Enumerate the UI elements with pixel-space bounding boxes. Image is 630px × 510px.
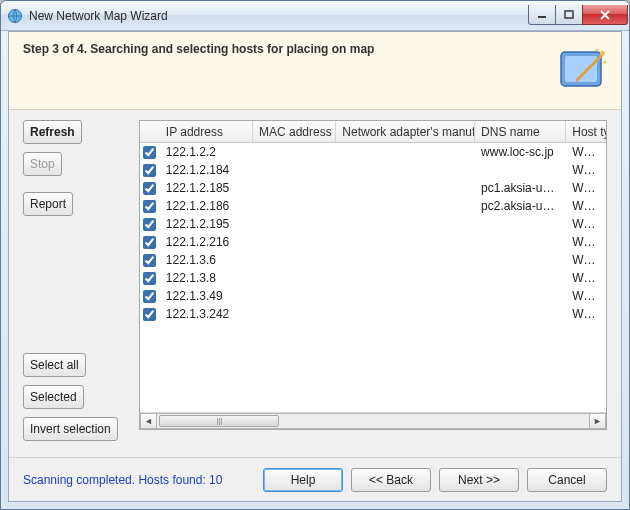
column-checkbox[interactable] [140, 121, 160, 142]
status-text: Scanning completed. Hosts found: 10 [23, 473, 222, 487]
table-row[interactable]: 122.1.2.216Works [140, 233, 606, 251]
cell-ip: 122.1.3.8 [160, 271, 253, 285]
wizard-header: Step 3 of 4. Searching and selecting hos… [9, 32, 621, 110]
svg-point-5 [604, 61, 607, 64]
row-checkbox-cell[interactable] [140, 182, 160, 195]
close-button[interactable] [582, 5, 628, 25]
scroll-left-arrow-icon[interactable]: ◄ [140, 413, 157, 429]
svg-rect-1 [538, 16, 546, 18]
horizontal-scrollbar[interactable]: ◄ ► [140, 412, 606, 429]
minimize-button[interactable] [528, 5, 556, 25]
refresh-button[interactable]: Refresh [23, 120, 82, 144]
table-row[interactable]: 122.1.2.195Works [140, 215, 606, 233]
footer-bar: Scanning completed. Hosts found: 10 Help… [9, 457, 621, 501]
row-checkbox[interactable] [143, 254, 156, 267]
table-row[interactable]: 122.1.2.186pc2.aksia-unet...Works [140, 197, 606, 215]
row-checkbox[interactable] [143, 308, 156, 321]
cell-host-type: Works [566, 217, 606, 231]
row-checkbox-cell[interactable] [140, 200, 160, 213]
maximize-button[interactable] [555, 5, 583, 25]
cell-dns: pc1.aksia-unet... [475, 181, 566, 195]
cell-ip: 122.1.2.195 [160, 217, 253, 231]
table-row[interactable]: 122.1.3.242Works [140, 305, 606, 323]
column-host-type[interactable]: Host ty [566, 121, 606, 142]
back-button[interactable]: << Back [351, 468, 431, 492]
app-icon [7, 8, 23, 24]
table-body: 122.1.2.2www.loc-sc.jpWorks122.1.2.184Wo… [140, 143, 606, 412]
cell-host-type: Works [566, 307, 606, 321]
column-dns[interactable]: DNS name [475, 121, 566, 142]
window-title: New Network Map Wizard [29, 9, 529, 23]
row-checkbox[interactable] [143, 146, 156, 159]
select-all-button[interactable]: Select all [23, 353, 86, 377]
scroll-thumb[interactable] [159, 415, 279, 427]
column-mac[interactable]: MAC address [253, 121, 336, 142]
help-button[interactable]: Help [263, 468, 343, 492]
row-checkbox-cell[interactable] [140, 236, 160, 249]
cell-ip: 122.1.3.242 [160, 307, 253, 321]
cell-host-type: Works [566, 181, 606, 195]
cell-host-type: Works [566, 163, 606, 177]
column-adapter[interactable]: Network adapter's manufa... [336, 121, 475, 142]
selected-button[interactable]: Selected [23, 385, 84, 409]
row-checkbox[interactable] [143, 218, 156, 231]
body-area: Refresh Stop Report Select all Selected … [9, 110, 621, 457]
cell-ip: 122.1.3.6 [160, 253, 253, 267]
svg-rect-2 [565, 11, 573, 18]
scroll-track[interactable] [157, 413, 589, 429]
row-checkbox[interactable] [143, 236, 156, 249]
cancel-button[interactable]: Cancel [527, 468, 607, 492]
table-row[interactable]: 122.1.2.185pc1.aksia-unet...Works [140, 179, 606, 197]
row-checkbox[interactable] [143, 164, 156, 177]
row-checkbox-cell[interactable] [140, 290, 160, 303]
hosts-table: IP address MAC address Network adapter's… [139, 120, 607, 430]
row-checkbox-cell[interactable] [140, 164, 160, 177]
stop-button: Stop [23, 152, 62, 176]
cell-ip: 122.1.2.185 [160, 181, 253, 195]
cell-host-type: Works [566, 199, 606, 213]
cell-host-type: Works [566, 253, 606, 267]
client-area: Step 3 of 4. Searching and selecting hos… [8, 31, 622, 502]
row-checkbox-cell[interactable] [140, 218, 160, 231]
cell-host-type: Works [566, 271, 606, 285]
cell-ip: 122.1.3.49 [160, 289, 253, 303]
table-header-row: IP address MAC address Network adapter's… [140, 121, 606, 143]
invert-selection-button[interactable]: Invert selection [23, 417, 118, 441]
row-checkbox-cell[interactable] [140, 272, 160, 285]
cell-ip: 122.1.2.184 [160, 163, 253, 177]
table-row[interactable]: 122.1.3.49Works [140, 287, 606, 305]
scroll-right-arrow-icon[interactable]: ► [589, 413, 606, 429]
cell-ip: 122.1.2.186 [160, 199, 253, 213]
table-row[interactable]: 122.1.3.6Works [140, 251, 606, 269]
row-checkbox-cell[interactable] [140, 254, 160, 267]
cell-host-type: Works [566, 289, 606, 303]
cell-ip: 122.1.2.2 [160, 145, 253, 159]
titlebar[interactable]: New Network Map Wizard [1, 1, 629, 31]
table-row[interactable]: 122.1.3.8Works [140, 269, 606, 287]
row-checkbox[interactable] [143, 290, 156, 303]
cell-host-type: Works [566, 145, 606, 159]
svg-point-6 [596, 49, 598, 51]
column-ip[interactable]: IP address [160, 121, 253, 142]
table-row[interactable]: 122.1.2.2www.loc-sc.jpWorks [140, 143, 606, 161]
row-checkbox[interactable] [143, 200, 156, 213]
row-checkbox[interactable] [143, 272, 156, 285]
cell-dns: www.loc-sc.jp [475, 145, 566, 159]
next-button[interactable]: Next >> [439, 468, 519, 492]
cell-dns: pc2.aksia-unet... [475, 199, 566, 213]
report-button[interactable]: Report [23, 192, 73, 216]
wizard-window: New Network Map Wizard Step 3 of 4. Sear… [0, 0, 630, 510]
table-row[interactable]: 122.1.2.184Works [140, 161, 606, 179]
wizard-wand-icon [555, 42, 611, 98]
row-checkbox[interactable] [143, 182, 156, 195]
row-checkbox-cell[interactable] [140, 308, 160, 321]
step-text: Step 3 of 4. Searching and selecting hos… [23, 42, 374, 56]
cell-host-type: Works [566, 235, 606, 249]
row-checkbox-cell[interactable] [140, 146, 160, 159]
left-button-column: Refresh Stop Report Select all Selected … [23, 120, 129, 449]
cell-ip: 122.1.2.216 [160, 235, 253, 249]
